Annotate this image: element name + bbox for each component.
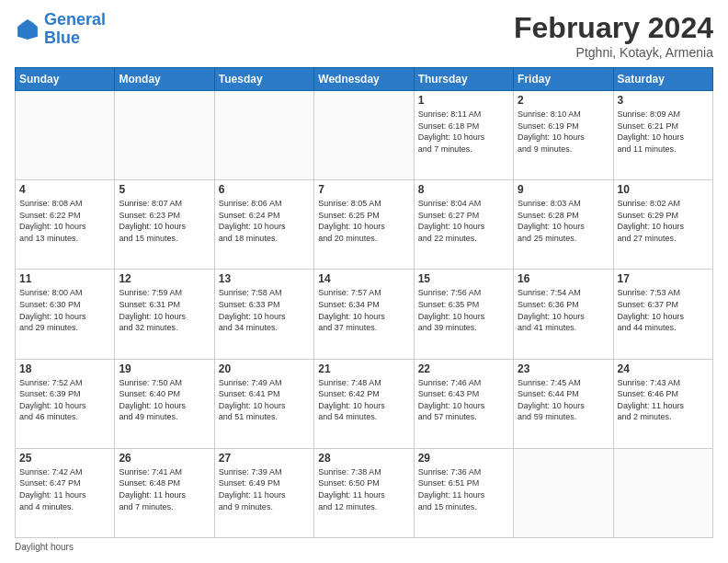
day-info: Sunrise: 7:48 AM Sunset: 6:42 PM Dayligh… [318,377,409,423]
calendar-week-1: 1Sunrise: 8:11 AM Sunset: 6:18 PM Daylig… [16,91,713,180]
day-info: Sunrise: 8:07 AM Sunset: 6:23 PM Dayligh… [119,198,210,244]
calendar-cell: 4Sunrise: 8:08 AM Sunset: 6:22 PM Daylig… [16,180,115,270]
day-info: Sunrise: 8:11 AM Sunset: 6:18 PM Dayligh… [418,109,509,155]
location: Ptghni, Kotayk, Armenia [514,45,713,60]
day-info: Sunrise: 7:56 AM Sunset: 6:35 PM Dayligh… [418,287,509,333]
calendar-cell [115,91,214,180]
day-number: 25 [19,452,110,465]
day-info: Sunrise: 7:39 AM Sunset: 6:49 PM Dayligh… [219,466,310,512]
calendar-cell [613,448,712,537]
calendar-cell: 18Sunrise: 7:52 AM Sunset: 6:39 PM Dayli… [16,359,115,448]
day-number: 28 [318,452,409,465]
day-info: Sunrise: 7:43 AM Sunset: 6:46 PM Dayligh… [618,377,709,423]
logo-blue: Blue [44,29,80,47]
day-number: 9 [518,183,609,196]
calendar-header-row: SundayMondayTuesdayWednesdayThursdayFrid… [16,68,713,91]
day-info: Sunrise: 7:38 AM Sunset: 6:50 PM Dayligh… [318,466,409,512]
calendar-cell: 17Sunrise: 7:53 AM Sunset: 6:37 PM Dayli… [613,270,712,359]
calendar-cell: 7Sunrise: 8:05 AM Sunset: 6:25 PM Daylig… [314,180,414,270]
calendar-cell: 15Sunrise: 7:56 AM Sunset: 6:35 PM Dayli… [414,270,513,359]
month-title: February 2024 [514,11,713,45]
page: General Blue February 2024 Ptghni, Kotay… [0,0,728,563]
day-info: Sunrise: 7:42 AM Sunset: 6:47 PM Dayligh… [19,466,110,512]
weekday-header-monday: Monday [115,68,214,91]
weekday-header-saturday: Saturday [613,68,712,91]
day-info: Sunrise: 8:09 AM Sunset: 6:21 PM Dayligh… [618,109,709,155]
calendar-cell: 20Sunrise: 7:49 AM Sunset: 6:41 PM Dayli… [214,359,313,448]
calendar-cell: 22Sunrise: 7:46 AM Sunset: 6:43 PM Dayli… [414,359,513,448]
day-info: Sunrise: 8:04 AM Sunset: 6:27 PM Dayligh… [418,198,509,244]
day-info: Sunrise: 8:00 AM Sunset: 6:30 PM Dayligh… [19,287,110,333]
day-number: 1 [418,94,509,107]
day-number: 16 [518,272,609,285]
calendar-week-2: 4Sunrise: 8:08 AM Sunset: 6:22 PM Daylig… [16,180,713,270]
day-number: 11 [19,272,110,285]
day-info: Sunrise: 7:46 AM Sunset: 6:43 PM Dayligh… [418,377,509,423]
weekday-header-thursday: Thursday [414,68,513,91]
day-number: 12 [119,272,210,285]
calendar-cell: 19Sunrise: 7:50 AM Sunset: 6:40 PM Dayli… [115,359,214,448]
calendar-cell: 27Sunrise: 7:39 AM Sunset: 6:49 PM Dayli… [214,448,313,537]
day-number: 8 [418,183,509,196]
title-block: February 2024 Ptghni, Kotayk, Armenia [514,11,713,60]
calendar-cell: 6Sunrise: 8:06 AM Sunset: 6:24 PM Daylig… [214,180,313,270]
day-info: Sunrise: 7:49 AM Sunset: 6:41 PM Dayligh… [219,377,310,423]
day-info: Sunrise: 7:57 AM Sunset: 6:34 PM Dayligh… [318,287,409,333]
calendar-cell: 23Sunrise: 7:45 AM Sunset: 6:44 PM Dayli… [514,359,613,448]
day-info: Sunrise: 8:08 AM Sunset: 6:22 PM Dayligh… [19,198,110,244]
logo-text: General Blue [44,11,106,48]
calendar-week-5: 25Sunrise: 7:42 AM Sunset: 6:47 PM Dayli… [16,448,713,537]
day-info: Sunrise: 8:03 AM Sunset: 6:28 PM Dayligh… [518,198,609,244]
calendar-cell: 28Sunrise: 7:38 AM Sunset: 6:50 PM Dayli… [314,448,414,537]
day-number: 23 [518,362,609,375]
header: General Blue February 2024 Ptghni, Kotay… [15,11,713,60]
calendar-cell: 24Sunrise: 7:43 AM Sunset: 6:46 PM Dayli… [613,359,712,448]
logo-icon [15,17,40,42]
calendar-cell [214,91,313,180]
day-number: 20 [219,362,310,375]
calendar-cell: 25Sunrise: 7:42 AM Sunset: 6:47 PM Dayli… [16,448,115,537]
day-info: Sunrise: 8:06 AM Sunset: 6:24 PM Dayligh… [219,198,310,244]
calendar-cell: 13Sunrise: 7:58 AM Sunset: 6:33 PM Dayli… [214,270,313,359]
logo: General Blue [15,11,106,48]
day-info: Sunrise: 7:52 AM Sunset: 6:39 PM Dayligh… [19,377,110,423]
calendar-cell: 3Sunrise: 8:09 AM Sunset: 6:21 PM Daylig… [613,91,712,180]
weekday-header-tuesday: Tuesday [214,68,313,91]
svg-marker-0 [17,19,38,40]
calendar-cell [314,91,414,180]
day-number: 17 [618,272,709,285]
day-info: Sunrise: 7:59 AM Sunset: 6:31 PM Dayligh… [119,287,210,333]
calendar-cell: 14Sunrise: 7:57 AM Sunset: 6:34 PM Dayli… [314,270,414,359]
calendar-cell [16,91,115,180]
calendar-cell: 12Sunrise: 7:59 AM Sunset: 6:31 PM Dayli… [115,270,214,359]
day-number: 13 [219,272,310,285]
day-number: 5 [119,183,210,196]
day-number: 29 [418,452,509,465]
day-number: 19 [119,362,210,375]
calendar-cell: 21Sunrise: 7:48 AM Sunset: 6:42 PM Dayli… [314,359,414,448]
day-number: 15 [418,272,509,285]
weekday-header-friday: Friday [514,68,613,91]
day-info: Sunrise: 7:58 AM Sunset: 6:33 PM Dayligh… [219,287,310,333]
calendar-cell [514,448,613,537]
calendar-cell: 8Sunrise: 8:04 AM Sunset: 6:27 PM Daylig… [414,180,513,270]
day-number: 14 [318,272,409,285]
day-number: 4 [19,183,110,196]
day-number: 7 [318,183,409,196]
day-number: 22 [418,362,509,375]
calendar-week-3: 11Sunrise: 8:00 AM Sunset: 6:30 PM Dayli… [16,270,713,359]
calendar-cell: 1Sunrise: 8:11 AM Sunset: 6:18 PM Daylig… [414,91,513,180]
day-number: 27 [219,452,310,465]
day-info: Sunrise: 8:02 AM Sunset: 6:29 PM Dayligh… [618,198,709,244]
calendar-cell: 29Sunrise: 7:36 AM Sunset: 6:51 PM Dayli… [414,448,513,537]
calendar-cell: 10Sunrise: 8:02 AM Sunset: 6:29 PM Dayli… [613,180,712,270]
calendar-cell: 9Sunrise: 8:03 AM Sunset: 6:28 PM Daylig… [514,180,613,270]
logo-general: General [44,10,106,29]
day-info: Sunrise: 7:54 AM Sunset: 6:36 PM Dayligh… [518,287,609,333]
calendar-cell: 26Sunrise: 7:41 AM Sunset: 6:48 PM Dayli… [115,448,214,537]
day-info: Sunrise: 7:41 AM Sunset: 6:48 PM Dayligh… [119,466,210,512]
day-info: Sunrise: 7:45 AM Sunset: 6:44 PM Dayligh… [518,377,609,423]
daylight-label: Daylight hours [15,542,74,552]
day-info: Sunrise: 8:10 AM Sunset: 6:19 PM Dayligh… [518,109,609,155]
calendar-cell: 5Sunrise: 8:07 AM Sunset: 6:23 PM Daylig… [115,180,214,270]
